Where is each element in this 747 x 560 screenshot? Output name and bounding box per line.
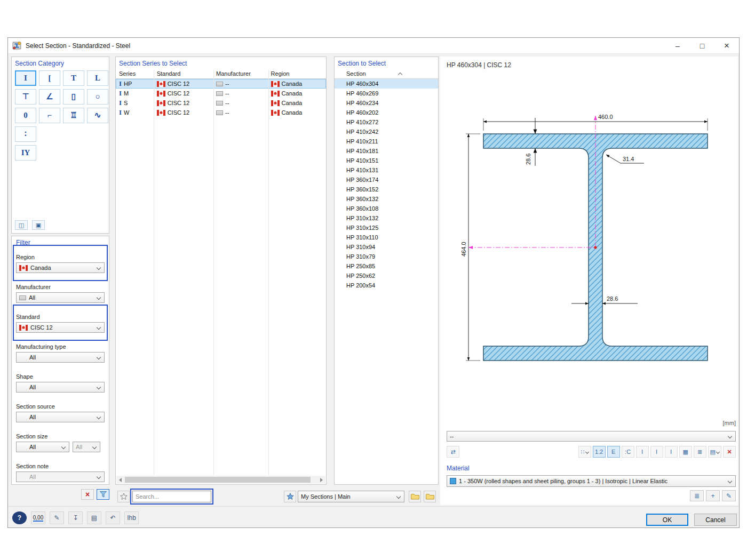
- section-list-item[interactable]: HP 460x269: [335, 89, 438, 98]
- dot-sections-category[interactable]: ∶: [15, 126, 36, 142]
- material-combo[interactable]: 1 - 350W (rolled shapes and sheet piling…: [447, 475, 736, 487]
- section-parameters-button[interactable]: Ihb: [124, 511, 139, 524]
- section-list-item[interactable]: HP 410x151: [335, 156, 438, 165]
- section-source-combo[interactable]: All: [16, 412, 105, 422]
- section-list-item[interactable]: HP 410x211: [335, 137, 438, 146]
- section-list-item[interactable]: HP 200x54: [335, 281, 438, 290]
- stress-point-combo[interactable]: --: [447, 431, 736, 442]
- material-library-button[interactable]: ≣: [690, 490, 704, 501]
- cancel-button[interactable]: Cancel: [694, 514, 737, 526]
- new-favorites-group-button[interactable]: [409, 491, 421, 502]
- section-list-item[interactable]: HP 310x110: [335, 233, 438, 242]
- favorites-group-combo[interactable]: My Sections | Main: [298, 491, 404, 502]
- series-row[interactable]: IHP CISC 12 -- Canada: [116, 79, 326, 89]
- zoom-reset-button[interactable]: ✕: [723, 446, 736, 458]
- section-list-item[interactable]: HP 460x304: [335, 79, 438, 89]
- section-list-item[interactable]: HP 310x125: [335, 223, 438, 233]
- favorites-filter-button[interactable]: [117, 491, 130, 502]
- section-list-item[interactable]: HP 310x132: [335, 213, 438, 223]
- section-info-button[interactable]: ▣: [32, 220, 45, 230]
- display-stress-points-button[interactable]: Ⅰ: [665, 446, 678, 458]
- display-points-button[interactable]: ∷: [578, 446, 591, 458]
- display-axes-button[interactable]: I: [636, 446, 649, 458]
- close-button[interactable]: ×: [714, 38, 739, 54]
- column-standard[interactable]: Standard: [154, 70, 213, 77]
- manufacturing-type-combo[interactable]: All: [16, 352, 105, 363]
- series-horizontal-scrollbar[interactable]: [116, 476, 325, 484]
- section-list-item[interactable]: HP 360x132: [335, 194, 438, 204]
- rotated-angle-sections-category[interactable]: ∠: [39, 89, 60, 105]
- new-material-button[interactable]: +: [706, 490, 720, 501]
- sync-view-button[interactable]: ⇄: [447, 446, 459, 458]
- section-list-item[interactable]: HP 250x62: [335, 271, 438, 281]
- scrollbar-thumb[interactable]: [125, 477, 311, 483]
- rectangular-hollow-sections-category[interactable]: ▯: [63, 89, 84, 105]
- help-button[interactable]: ?: [12, 511, 27, 524]
- display-profile-button[interactable]: I: [650, 446, 663, 458]
- rail-sections-category[interactable]: ♖: [63, 108, 84, 123]
- decimal-places-button[interactable]: 0,00: [31, 511, 45, 524]
- section-list-item[interactable]: HP 250x85: [335, 261, 438, 271]
- title-bar[interactable]: Select Section - Standardized - Steel – …: [8, 38, 739, 54]
- undo-button[interactable]: ↶: [106, 511, 120, 524]
- section-list-item[interactable]: HP 460x202: [335, 108, 438, 117]
- save-template-button[interactable]: ↧: [68, 511, 83, 524]
- copy-button[interactable]: ▤: [87, 511, 101, 524]
- section-list-item[interactable]: HP 360x108: [335, 204, 438, 213]
- manufacturer-combo[interactable]: All: [16, 292, 105, 303]
- channel-sections-category[interactable]: [: [39, 70, 60, 86]
- display-edges-button[interactable]: E: [607, 446, 620, 458]
- canada-flag-icon: [157, 91, 165, 97]
- i-sections-category[interactable]: I: [15, 70, 36, 86]
- section-list-item[interactable]: HP 360x174: [335, 175, 438, 185]
- style-button[interactable]: ✎: [50, 511, 64, 524]
- scroll-right-arrow[interactable]: [317, 476, 325, 484]
- circular-hollow-sections-category[interactable]: ○: [87, 89, 108, 105]
- section-list-item[interactable]: HP 410x242: [335, 127, 438, 137]
- ok-button[interactable]: OK: [646, 514, 688, 526]
- print-button[interactable]: ▤: [708, 446, 721, 458]
- scroll-left-arrow[interactable]: [116, 476, 124, 484]
- corrugated-sections-category[interactable]: ∿: [87, 108, 108, 123]
- column-series[interactable]: Series: [116, 70, 154, 77]
- tee-sections-category[interactable]: T: [63, 70, 84, 86]
- display-grid-button[interactable]: ▦: [679, 446, 692, 458]
- maximize-button[interactable]: □: [690, 38, 714, 54]
- section-list-item[interactable]: HP 310x94: [335, 242, 438, 252]
- section-column-header[interactable]: Section: [335, 69, 438, 79]
- filter-button[interactable]: [97, 489, 109, 500]
- clear-filter-button[interactable]: ×: [81, 489, 94, 500]
- manage-favorites-group-button[interactable]: [424, 491, 436, 502]
- section-size-secondary-combo[interactable]: All: [73, 442, 100, 452]
- search-input[interactable]: [132, 491, 211, 502]
- half-i-sections-category[interactable]: ⊤: [15, 89, 36, 105]
- round-bar-sections-category[interactable]: 0: [15, 108, 36, 123]
- section-list-item[interactable]: HP 410x272: [335, 117, 438, 127]
- section-list-item[interactable]: HP 360x152: [335, 185, 438, 194]
- add-favorite-button[interactable]: [284, 491, 296, 502]
- edit-material-button[interactable]: ✎: [722, 490, 736, 501]
- display-dimensions-button[interactable]: 1.2: [593, 446, 606, 458]
- column-region[interactable]: Region: [268, 70, 326, 77]
- display-values-button[interactable]: ≣: [694, 446, 706, 458]
- column-manufacturer[interactable]: Manufacturer: [213, 70, 267, 77]
- series-row[interactable]: IM CISC 12 -- Canada: [116, 89, 326, 98]
- region-combo[interactable]: Canada: [16, 262, 105, 273]
- shape-combo[interactable]: All: [16, 382, 105, 393]
- combined-sections-category[interactable]: IY: [15, 145, 36, 161]
- section-note-combo[interactable]: All: [16, 471, 105, 482]
- series-row[interactable]: IS CISC 12 -- Canada: [116, 98, 326, 108]
- angle-sections-category[interactable]: L: [87, 70, 108, 86]
- cold-formed-sections-category[interactable]: ⌐: [39, 108, 60, 123]
- section-list-item[interactable]: HP 310x79: [335, 252, 438, 261]
- section-list-title: Section to Select: [335, 57, 438, 69]
- series-row[interactable]: IW CISC 12 -- Canada: [116, 108, 326, 117]
- display-c-points-button[interactable]: :C: [622, 446, 634, 458]
- section-list-item[interactable]: HP 410x131: [335, 165, 438, 175]
- compare-sections-button[interactable]: ◫: [15, 220, 28, 230]
- standard-combo[interactable]: CISC 12: [16, 322, 105, 333]
- section-size-combo[interactable]: All: [16, 442, 69, 452]
- section-list-item[interactable]: HP 460x234: [335, 98, 438, 108]
- section-list-item[interactable]: HP 410x181: [335, 146, 438, 156]
- minimize-button[interactable]: –: [665, 38, 690, 54]
